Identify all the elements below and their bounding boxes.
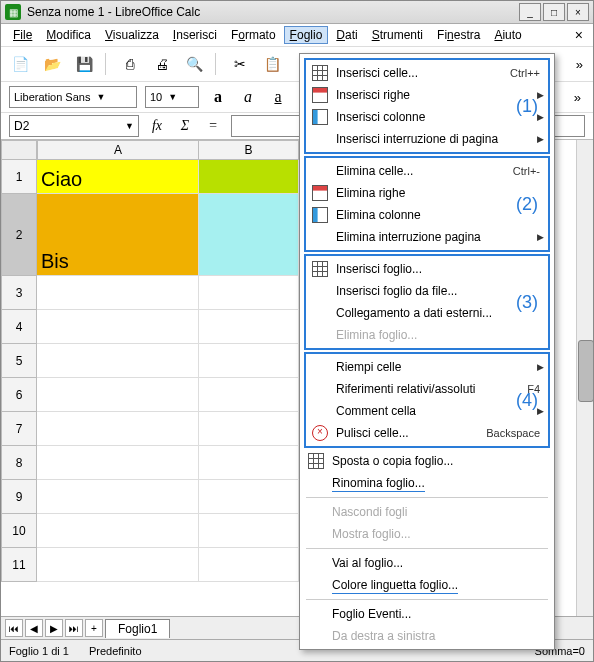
row-header-10[interactable]: 10 <box>1 514 37 548</box>
menu-item[interactable]: Inserisci interruzione di pagina▶ <box>306 128 548 150</box>
menu-item[interactable]: Elimina colonne <box>306 204 548 226</box>
print-icon[interactable]: 🖨 <box>149 51 175 77</box>
menu-item[interactable]: Inserisci colonne▶ <box>306 106 548 128</box>
cell-A2[interactable]: Bis <box>37 194 199 276</box>
menu-item[interactable]: Elimina celle...Ctrl+- <box>306 160 548 182</box>
tab-add[interactable]: + <box>85 619 103 637</box>
cell-B11[interactable] <box>199 548 299 582</box>
cell-A8[interactable] <box>37 446 199 480</box>
toolbar-overflow[interactable]: » <box>572 57 587 72</box>
cell-B2[interactable] <box>199 194 299 276</box>
menu-item[interactable]: Elimina interruzione pagina▶ <box>306 226 548 248</box>
menu-item[interactable]: Riferimenti relativi/assolutiF4 <box>306 378 548 400</box>
menu-item[interactable]: Collegamento a dati esterni... <box>306 302 548 324</box>
row-header-3[interactable]: 3 <box>1 276 37 310</box>
tab-first[interactable]: ⏮ <box>5 619 23 637</box>
close-button[interactable]: × <box>567 3 589 21</box>
submenu-arrow-icon: ▶ <box>537 90 544 100</box>
tab-next[interactable]: ▶ <box>45 619 63 637</box>
menu-item[interactable]: Inserisci righe▶ <box>306 84 548 106</box>
underline-button[interactable]: a <box>267 86 289 108</box>
menu-item[interactable]: Rinomina foglio... <box>302 472 552 494</box>
row-header-1[interactable]: 1 <box>1 160 37 194</box>
cell-B6[interactable] <box>199 378 299 412</box>
menu-item[interactable]: Inserisci foglio da file... <box>306 280 548 302</box>
cell-A5[interactable] <box>37 344 199 378</box>
menu-item[interactable]: Foglio Eventi... <box>302 603 552 625</box>
menu-item-label: Inserisci colonne <box>336 110 529 124</box>
preview-icon[interactable]: 🔍 <box>181 51 207 77</box>
row-header-5[interactable]: 5 <box>1 344 37 378</box>
cut-icon[interactable]: ✂ <box>227 51 253 77</box>
open-icon[interactable]: 📂 <box>39 51 65 77</box>
blank-icon <box>308 628 324 644</box>
menu-item[interactable]: Colore linguetta foglio... <box>302 574 552 596</box>
cell-B8[interactable] <box>199 446 299 480</box>
menu-item[interactable]: Comment cella▶ <box>306 400 548 422</box>
cell-B4[interactable] <box>199 310 299 344</box>
cell-A6[interactable] <box>37 378 199 412</box>
menu-item[interactable]: Inserisci celle...Ctrl++ <box>306 62 548 84</box>
cell-B9[interactable] <box>199 480 299 514</box>
new-icon[interactable]: 📄 <box>7 51 33 77</box>
menu-window[interactable]: Finestra <box>431 26 486 44</box>
vertical-scrollbar[interactable] <box>576 140 593 616</box>
cell-A1[interactable]: Ciao <box>37 160 199 194</box>
cell-B5[interactable] <box>199 344 299 378</box>
menu-tools[interactable]: Strumenti <box>366 26 429 44</box>
menu-item[interactable]: Vai al foglio... <box>302 552 552 574</box>
pdf-icon[interactable]: ⎙ <box>117 51 143 77</box>
col-header-A[interactable]: A <box>37 140 199 160</box>
fmtbar-overflow[interactable]: » <box>570 90 585 105</box>
cell-A10[interactable] <box>37 514 199 548</box>
font-name-combo[interactable]: Liberation Sans▼ <box>9 86 137 108</box>
menu-edit[interactable]: Modifica <box>40 26 97 44</box>
menu-insert[interactable]: Inserisci <box>167 26 223 44</box>
cell-B10[interactable] <box>199 514 299 548</box>
select-all-corner[interactable] <box>1 140 37 160</box>
row-header-7[interactable]: 7 <box>1 412 37 446</box>
row-header-8[interactable]: 8 <box>1 446 37 480</box>
row-header-2[interactable]: 2 <box>1 194 37 276</box>
cell-B7[interactable] <box>199 412 299 446</box>
equals-icon[interactable]: = <box>203 116 223 136</box>
maximize-button[interactable]: □ <box>543 3 565 21</box>
cell-A3[interactable] <box>37 276 199 310</box>
menu-item[interactable]: ×Pulisci celle...Backspace <box>306 422 548 444</box>
minimize-button[interactable]: _ <box>519 3 541 21</box>
tab-last[interactable]: ⏭ <box>65 619 83 637</box>
italic-button[interactable]: a <box>237 86 259 108</box>
cell-B3[interactable] <box>199 276 299 310</box>
cell-A9[interactable] <box>37 480 199 514</box>
menu-file[interactable]: File <box>7 26 38 44</box>
col-header-B[interactable]: B <box>199 140 299 160</box>
copy-icon[interactable]: 📋 <box>259 51 285 77</box>
cell-A4[interactable] <box>37 310 199 344</box>
font-size-combo[interactable]: 10▼ <box>145 86 199 108</box>
row-header-6[interactable]: 6 <box>1 378 37 412</box>
menu-item[interactable]: Elimina righe <box>306 182 548 204</box>
menu-item[interactable]: Inserisci foglio... <box>306 258 548 280</box>
row-header-4[interactable]: 4 <box>1 310 37 344</box>
scroll-thumb[interactable] <box>578 340 593 402</box>
menu-data[interactable]: Dati <box>330 26 363 44</box>
menu-format[interactable]: Formato <box>225 26 282 44</box>
menu-help[interactable]: Aiuto <box>488 26 527 44</box>
row-header-11[interactable]: 11 <box>1 548 37 582</box>
row-header-9[interactable]: 9 <box>1 480 37 514</box>
tab-prev[interactable]: ◀ <box>25 619 43 637</box>
sum-icon[interactable]: Σ <box>175 116 195 136</box>
cell-A7[interactable] <box>37 412 199 446</box>
menu-sheet[interactable]: Foglio <box>284 26 329 44</box>
menu-item[interactable]: Sposta o copia foglio... <box>302 450 552 472</box>
sheet-tab-1[interactable]: Foglio1 <box>105 619 170 638</box>
bold-button[interactable]: a <box>207 86 229 108</box>
cell-B1[interactable] <box>199 160 299 194</box>
function-wizard-icon[interactable]: fx <box>147 116 167 136</box>
close-doc-button[interactable]: × <box>571 27 587 43</box>
name-box[interactable]: D2▼ <box>9 115 139 137</box>
save-icon[interactable]: 💾 <box>71 51 97 77</box>
cell-A11[interactable] <box>37 548 199 582</box>
menu-view[interactable]: Visualizza <box>99 26 165 44</box>
menu-item[interactable]: Riempi celle▶ <box>306 356 548 378</box>
